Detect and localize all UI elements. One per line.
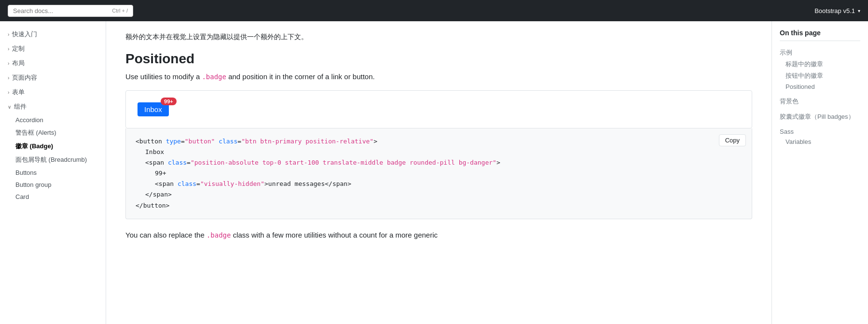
sidebar: › 快速入门 › 定制 › 布局 › 页面内容 › 表单 ∨ 组件 Accord… bbox=[0, 21, 106, 324]
sidebar-item-accordion[interactable]: Accordion bbox=[8, 114, 106, 126]
badge-code-inline: .badge bbox=[202, 73, 226, 81]
badge-pill: 99+ bbox=[161, 98, 177, 105]
bottom-text-after: class with a few more utilities without … bbox=[231, 231, 438, 239]
demo-box: Inbox 99+ bbox=[125, 90, 752, 128]
badge-code-inline-2: .badge bbox=[207, 231, 231, 239]
code-line-4: 99+ bbox=[155, 168, 742, 179]
bottom-text-before: You can also replace the bbox=[125, 231, 207, 239]
code-line-2: Inbox bbox=[145, 147, 742, 157]
sidebar-components-section: Accordion 警告框 (Alerts) 徽章 (Badge) 面包屑导航 … bbox=[8, 114, 106, 203]
chevron-right-icon: › bbox=[8, 75, 9, 81]
right-sidebar-section-bg: 背景色 bbox=[780, 96, 860, 107]
search-shortcut: Ctrl + / bbox=[112, 8, 128, 14]
right-sidebar-link-button-badge[interactable]: 按钮中的徽章 bbox=[785, 70, 860, 82]
chevron-right-icon: › bbox=[8, 61, 9, 66]
sidebar-item-button-group[interactable]: Button group bbox=[8, 179, 106, 191]
bottom-text: You can also replace the .badge class wi… bbox=[125, 231, 752, 239]
code-line-3: <span class="position-absolute top-0 sta… bbox=[145, 157, 742, 168]
sidebar-item-breadcrumb[interactable]: 面包屑导航 (Breadcrumb) bbox=[8, 153, 106, 167]
main-content: 额外的文本并在视觉上设置为隐藏以提供一个额外的上下文。 Positioned U… bbox=[106, 21, 772, 324]
right-sidebar-link-bg-color[interactable]: 背景色 bbox=[780, 96, 860, 107]
code-line-5: <span class="visually-hidden">unread mes… bbox=[155, 179, 742, 189]
main-layout: › 快速入门 › 定制 › 布局 › 页面内容 › 表单 ∨ 组件 Accord… bbox=[0, 21, 868, 324]
right-sidebar-section-sass: Sass Variables bbox=[780, 127, 860, 147]
chevron-down-icon: ▾ bbox=[858, 8, 860, 14]
right-sidebar-link-examples[interactable]: 示例 bbox=[780, 47, 860, 58]
sidebar-item-customize[interactable]: › 定制 bbox=[0, 42, 106, 56]
version-label: Bootstrap v5.1 bbox=[814, 7, 855, 14]
copy-button[interactable]: Copy bbox=[719, 134, 746, 146]
sidebar-item-page-content[interactable]: › 页面内容 bbox=[0, 70, 106, 85]
inbox-button-label: Inbox bbox=[144, 105, 162, 113]
sidebar-item-label: 快速入门 bbox=[12, 30, 37, 39]
right-sidebar-link-pill[interactable]: 胶囊式徽章（Pill badges） bbox=[780, 111, 860, 123]
right-sidebar-link-positioned[interactable]: Positioned bbox=[785, 82, 860, 92]
right-sidebar-title: On this page bbox=[780, 29, 860, 41]
chevron-right-icon: › bbox=[8, 46, 9, 52]
code-line-6: </span> bbox=[145, 189, 742, 200]
sidebar-item-forms[interactable]: › 表单 bbox=[0, 85, 106, 99]
sidebar-item-label: 布局 bbox=[12, 59, 25, 68]
top-text: 额外的文本并在视觉上设置为隐藏以提供一个额外的上下文。 bbox=[125, 33, 752, 42]
sidebar-item-layout[interactable]: › 布局 bbox=[0, 56, 106, 70]
sidebar-item-label: 定制 bbox=[12, 44, 25, 53]
right-sidebar-link-sass[interactable]: Sass bbox=[780, 127, 860, 137]
search-box[interactable]: Ctrl + / bbox=[8, 5, 133, 17]
sidebar-item-label: 组件 bbox=[14, 102, 27, 111]
sidebar-item-buttons[interactable]: Buttons bbox=[8, 167, 106, 179]
sidebar-item-label: 表单 bbox=[12, 88, 25, 97]
code-line-7: </button> bbox=[136, 200, 742, 211]
code-block: Copy <button type="button" class="btn bt… bbox=[125, 128, 752, 219]
sidebar-item-card[interactable]: Card bbox=[8, 191, 106, 203]
chevron-right-icon: › bbox=[8, 32, 9, 37]
search-input[interactable] bbox=[13, 7, 108, 14]
chevron-down-icon: ∨ bbox=[8, 104, 11, 110]
section-desc: Use utilities to modify a .badge and pos… bbox=[125, 72, 752, 81]
version-select[interactable]: Bootstrap v5.1 ▾ bbox=[814, 7, 860, 14]
topbar: Ctrl + / Bootstrap v5.1 ▾ bbox=[0, 0, 868, 21]
right-sidebar-link-heading-badge[interactable]: 标题中的徽章 bbox=[785, 58, 860, 70]
right-sidebar: On this page 示例 标题中的徽章 按钮中的徽章 Positioned… bbox=[772, 21, 868, 324]
section-desc-before: Use utilities to modify a bbox=[125, 72, 202, 81]
chevron-right-icon: › bbox=[8, 90, 9, 95]
right-sidebar-section-examples: 示例 标题中的徽章 按钮中的徽章 Positioned bbox=[780, 47, 860, 92]
sidebar-item-components[interactable]: ∨ 组件 bbox=[0, 99, 106, 114]
right-sidebar-section-pill: 胶囊式徽章（Pill badges） bbox=[780, 111, 860, 123]
sidebar-item-badge[interactable]: 徽章 (Badge) bbox=[8, 140, 106, 153]
sidebar-item-alerts[interactable]: 警告框 (Alerts) bbox=[8, 126, 106, 140]
right-sidebar-link-variables[interactable]: Variables bbox=[785, 137, 860, 147]
code-line-1: <button type="button" class="btn btn-pri… bbox=[136, 136, 742, 147]
sidebar-item-label: 页面内容 bbox=[12, 73, 37, 82]
inbox-button-wrapper: Inbox 99+ bbox=[138, 102, 169, 116]
sidebar-item-quick-start[interactable]: › 快速入门 bbox=[0, 27, 106, 42]
section-desc-after: and position it in the corner of a link … bbox=[226, 72, 375, 81]
inbox-button[interactable]: Inbox 99+ bbox=[138, 102, 169, 116]
section-title: Positioned bbox=[125, 51, 752, 67]
